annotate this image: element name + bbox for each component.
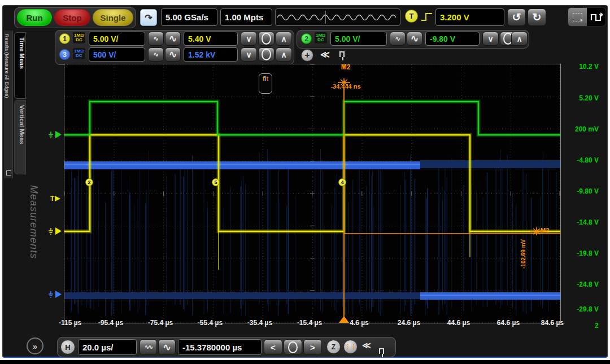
waveform-preview-icon xyxy=(276,9,400,25)
time-axis-label: 44.6 µs xyxy=(436,319,481,327)
channel-bar-pin-icon[interactable] xyxy=(339,51,345,57)
trigger-level-field[interactable]: 3.200 V xyxy=(435,8,504,26)
channel-3-ground-marker[interactable] xyxy=(48,290,63,299)
channel-1-offset-knob[interactable] xyxy=(258,32,274,46)
time-axis-label: -75.4 µs xyxy=(138,319,183,327)
waveform-display xyxy=(64,64,561,323)
delay-field[interactable]: -15.3780000 µs xyxy=(178,339,262,355)
channel-3-offset-field[interactable]: 1.52 kV xyxy=(184,47,238,62)
time-axis-label: 4.6 µs xyxy=(337,319,382,327)
single-button[interactable]: Single xyxy=(93,9,133,26)
channel-1-offset-up-icon[interactable]: ∧ xyxy=(276,32,292,46)
m2-marker-label[interactable]: M2 xyxy=(332,63,359,71)
channel-3-scale-field[interactable]: 500 V/ xyxy=(89,47,145,62)
right-axis-label: 10.2 V xyxy=(559,63,599,71)
trigger-level-marker-label: T xyxy=(50,195,54,203)
channel-2-scale-down-icon[interactable]: ∿ xyxy=(390,32,406,46)
delay-right-icon[interactable]: > xyxy=(303,339,322,355)
channel-bar-collapse-button[interactable]: ≪ xyxy=(320,49,330,60)
timebase-zoom-in-icon[interactable]: ∿ xyxy=(158,339,176,355)
sidebar-expand-button[interactable]: » xyxy=(27,337,43,354)
trigger-level-marker[interactable]: T xyxy=(50,195,60,203)
add-channel-button[interactable]: + xyxy=(301,49,313,62)
edge-number-badge: 5 xyxy=(212,178,220,186)
window-bottom-edge xyxy=(0,360,610,364)
channel-2-scale-field[interactable]: 5.00 V/ xyxy=(330,32,387,46)
channel-1-offset-field[interactable]: 5.40 V xyxy=(184,32,238,46)
edge-number-badge: 4 xyxy=(338,178,346,186)
right-axis-label: 200 mV xyxy=(559,125,599,133)
tab-time-meas[interactable]: Time Meas xyxy=(14,32,26,99)
trigger-level-arrow-icon xyxy=(55,196,60,201)
box-select-mode-icon[interactable]: ➤ xyxy=(568,8,587,26)
timebase-zoom-out-icon[interactable]: ∿∿ xyxy=(140,339,157,355)
m2-marker-time: -34.444 ns xyxy=(322,83,369,90)
channel-1-badge[interactable]: 1 xyxy=(59,33,70,44)
channel-2-offset-up-icon[interactable]: ∧ xyxy=(511,32,528,46)
zoom-mode-button[interactable]: Z xyxy=(326,340,341,354)
right-axis-label: -9.80 V xyxy=(559,187,599,195)
edge-number-badge: 2 xyxy=(85,178,93,186)
channel-1-coupling-badge[interactable]: 1MΩ DC xyxy=(73,32,85,43)
stop-button[interactable]: Stop xyxy=(54,9,90,26)
timebase-field[interactable]: 20.0 µs/ xyxy=(78,339,137,355)
time-axis-label: 24.6 µs xyxy=(386,319,432,327)
time-axis-label: -55.4 µs xyxy=(188,319,233,327)
channel-3-offset-knob[interactable] xyxy=(258,47,274,62)
channel-1-offset-down-icon[interactable]: ∨ xyxy=(241,32,257,46)
horizontal-bar-pin-icon[interactable] xyxy=(379,348,384,354)
results-tab[interactable]: Results (Measure All Edges) xyxy=(4,30,13,178)
channel-3-scale-up-icon[interactable]: ∿ xyxy=(165,47,181,62)
acquisition-mode-icon[interactable]: ↷ xyxy=(140,9,157,26)
channel-2-ground-marker[interactable] xyxy=(48,130,63,139)
channel-3-offset-down-icon[interactable]: ∨ xyxy=(241,47,257,62)
trigger-edge-icon[interactable] xyxy=(420,12,434,22)
waveform-preview[interactable] xyxy=(275,8,400,26)
search-events-button[interactable]: ⋮⋮ xyxy=(343,340,358,354)
right-axis-channel-tag: 2 xyxy=(595,322,599,330)
channel-2-badge[interactable]: 2 xyxy=(301,33,312,44)
channel-3-coupling: DC xyxy=(76,54,82,58)
m2-marker-right-label[interactable]: M2 xyxy=(541,227,549,234)
waveform-traces xyxy=(64,64,560,323)
time-axis-label: -35.4 µs xyxy=(237,319,282,327)
undo-icon[interactable]: ↺ xyxy=(507,8,526,26)
pointer-mode-selector: ➤ xyxy=(568,7,606,27)
channel-1-scale-up-icon[interactable]: ∿ xyxy=(165,32,181,46)
channel-1-ground-marker[interactable] xyxy=(48,226,63,236)
channel-2-coupling: DC xyxy=(317,38,324,42)
delay-left-icon[interactable]: < xyxy=(264,339,282,355)
bookmark-flag-badge[interactable]: flt xyxy=(259,73,272,94)
channel-2-coupling-badge[interactable]: 1MΩ DC xyxy=(315,32,327,43)
channel-1-scale-field[interactable]: 5.00 V/ xyxy=(89,32,145,46)
horizontal-badge[interactable]: H xyxy=(60,340,75,354)
results-detach-icon[interactable] xyxy=(6,170,11,176)
delay-knob[interactable] xyxy=(284,339,302,355)
time-axis-label: -95.4 µs xyxy=(88,319,133,327)
memory-depth-display[interactable]: 1.00 Mpts xyxy=(220,8,272,26)
redo-icon[interactable]: ↻ xyxy=(528,8,546,26)
channel-2-offset-down-icon[interactable]: ∨ xyxy=(482,32,499,46)
time-axis-label: 84.6 µs xyxy=(524,319,564,327)
run-button[interactable]: Run xyxy=(17,9,52,26)
trigger-source-badge[interactable]: T xyxy=(405,10,418,23)
waveform-drag-mode-icon[interactable] xyxy=(587,8,605,26)
channel-3-badge[interactable]: 3 xyxy=(59,49,70,60)
channel-3-scale-down-icon[interactable]: ∿ xyxy=(148,47,164,62)
sample-rate-display[interactable]: 5.00 GSa/s xyxy=(161,8,217,26)
measurements-watermark: Measurements xyxy=(28,185,40,309)
results-tab-label: Results (Measure All Edges) xyxy=(4,34,10,98)
channel-2-offset-field[interactable]: -9.80 V xyxy=(425,32,480,46)
flag-letter-t: t xyxy=(266,76,268,82)
right-axis-label: -4.80 V xyxy=(559,156,599,164)
horizontal-bar-collapse-button[interactable]: ≪ xyxy=(362,340,371,350)
right-axis-label: -19.8 V xyxy=(559,249,599,257)
channel-2-scale-up-icon[interactable]: ∿ xyxy=(407,32,422,46)
channel-1-scale-down-icon[interactable]: ∿ xyxy=(148,32,164,46)
oscilloscope-window: Run Stop Single ↷ 5.00 GSa/s 1.00 Mpts T… xyxy=(2,5,608,358)
right-axis-label: 5.20 V xyxy=(559,94,599,102)
channel-3-coupling-badge[interactable]: 1MΩ DC xyxy=(73,48,85,59)
channel-1-coupling: DC xyxy=(76,38,82,42)
tab-vertical-meas[interactable]: Vertical Meas xyxy=(14,100,26,174)
channel-3-offset-up-icon[interactable]: ∧ xyxy=(276,47,292,62)
